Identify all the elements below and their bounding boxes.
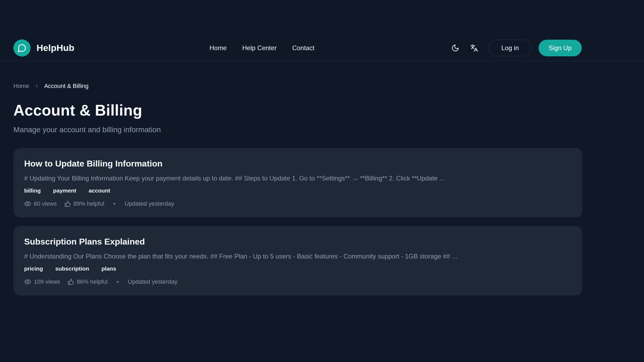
breadcrumb-current: Account & Billing (44, 83, 89, 90)
helpful-percent: 89% helpful (74, 200, 104, 207)
helpful-percent: 86% helpful (77, 278, 108, 285)
updated-label: Updated yesterday (128, 278, 178, 285)
chevron-right-icon (34, 83, 39, 89)
article-tag: account (89, 187, 110, 194)
article-meta: 60 views 89% helpful • Updated yesterday (24, 200, 570, 207)
language-button[interactable] (468, 42, 480, 54)
article-tag: pricing (24, 265, 43, 272)
nav-item-help-center[interactable]: Help Center (242, 44, 277, 52)
breadcrumb: Home Account & Billing (13, 83, 582, 90)
tag-row: billing payment account (24, 187, 570, 194)
article-tag: payment (53, 187, 76, 194)
article-tag: plans (101, 265, 116, 272)
nav-item-contact[interactable]: Contact (292, 44, 314, 52)
signup-button[interactable]: Sign Up (539, 40, 582, 56)
nav-item-home[interactable]: Home (210, 44, 227, 52)
article-tag: billing (24, 187, 41, 194)
main-content: Home Account & Billing Account & Billing… (0, 83, 644, 295)
thumbs-up-icon (64, 201, 71, 207)
helpful-meta: 89% helpful (64, 200, 104, 207)
theme-toggle-button[interactable] (449, 42, 461, 54)
languages-icon (470, 44, 478, 52)
eye-icon (24, 278, 31, 285)
moon-icon (451, 44, 459, 52)
page-title: Account & Billing (13, 101, 582, 119)
tag-row: pricing subscription plans (24, 265, 570, 272)
article-meta: 109 views 86% helpful • Updated yesterda… (24, 278, 570, 285)
article-list: How to Update Billing Information # Upda… (13, 148, 582, 295)
article-excerpt: # Updating Your Billing Information Keep… (24, 174, 570, 183)
top-spacer (0, 0, 644, 35)
message-circle-icon (13, 39, 31, 57)
views-count: 60 views (34, 200, 57, 207)
views-meta: 60 views (24, 200, 57, 207)
page-subtitle: Manage your account and billing informat… (13, 125, 582, 134)
article-tag: subscription (55, 265, 89, 272)
breadcrumb-home[interactable]: Home (13, 83, 29, 90)
updated-label: Updated yesterday (125, 200, 174, 207)
brand-logo[interactable]: HelpHub (13, 39, 74, 57)
site-header: HelpHub Home Help Center Contact Log in … (0, 35, 644, 61)
article-title: Subscription Plans Explained (24, 236, 570, 248)
main-nav: Home Help Center Contact (74, 44, 449, 52)
meta-dot: • (112, 200, 117, 207)
brand-name: HelpHub (36, 43, 74, 53)
meta-dot: • (115, 278, 120, 285)
article-card[interactable]: How to Update Billing Information # Upda… (13, 148, 582, 217)
views-count: 109 views (34, 278, 60, 285)
article-excerpt: # Understanding Our Plans Choose the pla… (24, 252, 570, 261)
login-button[interactable]: Log in (489, 40, 531, 56)
header-actions: Log in Sign Up (449, 40, 582, 56)
thumbs-up-icon (68, 279, 74, 285)
helpful-meta: 86% helpful (68, 278, 108, 285)
article-card[interactable]: Subscription Plans Explained # Understan… (13, 226, 582, 295)
article-title: How to Update Billing Information (24, 158, 570, 169)
views-meta: 109 views (24, 278, 60, 285)
eye-icon (24, 200, 31, 207)
